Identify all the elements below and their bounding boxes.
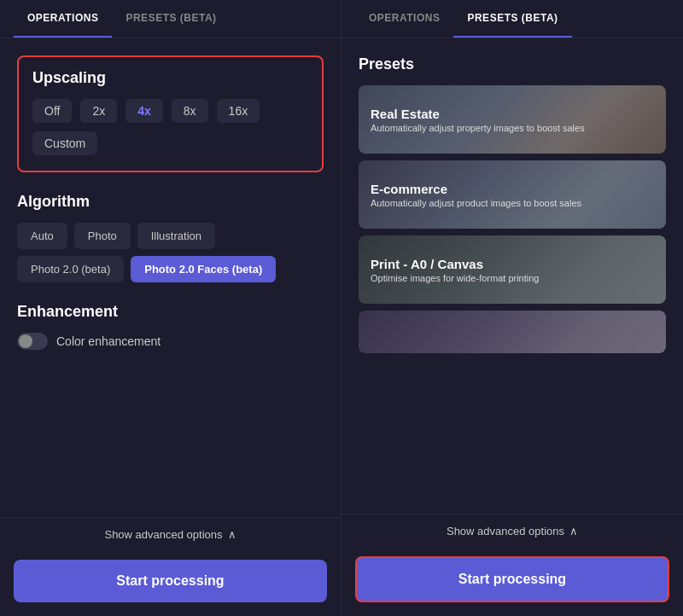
- algorithm-title: Algorithm: [17, 193, 324, 211]
- upscale-2x[interactable]: 2x: [80, 99, 117, 123]
- upscale-8x[interactable]: 8x: [172, 99, 208, 123]
- right-show-advanced[interactable]: Show advanced options ∧: [342, 514, 683, 548]
- presets-title: Presets: [359, 55, 666, 73]
- algorithm-buttons: Auto Photo Illustration Photo 2.0 (beta)…: [17, 223, 324, 282]
- upscaling-title: Upscaling: [32, 69, 308, 87]
- preset-print-desc: Optimise images for wide-format printing: [371, 273, 654, 283]
- upscaling-options: Off 2x 4x 8x 16x Custom: [32, 99, 308, 155]
- color-enhancement-label: Color enhancement: [56, 334, 161, 348]
- preset-print[interactable]: Print - A0 / Canvas Optimise images for …: [359, 235, 666, 304]
- preset-real-estate-title: Real Estate: [371, 107, 654, 121]
- left-show-advanced[interactable]: Show advanced options ∧: [0, 517, 341, 551]
- right-panel-content: Presets Real Estate Automatically adjust…: [342, 38, 683, 514]
- chevron-up-icon-right: ∧: [569, 525, 578, 538]
- left-tab-presets[interactable]: PRESETS (BETA): [112, 0, 230, 38]
- upscale-off[interactable]: Off: [32, 99, 72, 123]
- algorithm-section: Algorithm Auto Photo Illustration Photo …: [17, 193, 324, 282]
- color-enhancement-row: Color enhancement: [17, 333, 324, 350]
- upscale-4x[interactable]: 4x: [126, 99, 163, 123]
- right-tab-presets[interactable]: PRESETS (BETA): [453, 0, 571, 38]
- preset-real-estate-content: Real Estate Automatically adjust propert…: [359, 85, 666, 154]
- preset-ecommerce-title: E-commerce: [371, 182, 654, 196]
- algo-photo2[interactable]: Photo 2.0 (beta): [17, 256, 124, 282]
- preset-partial-bg: [359, 311, 666, 353]
- right-bottom: Show advanced options ∧ Start processing: [342, 514, 683, 616]
- right-start-processing-button[interactable]: Start processing: [355, 556, 669, 602]
- left-tabs: OPERATIONS PRESETS (BETA): [0, 0, 341, 38]
- preset-ecommerce-content: E-commerce Automatically adjust product …: [359, 160, 666, 229]
- preset-real-estate[interactable]: Real Estate Automatically adjust propert…: [359, 85, 666, 154]
- left-start-processing-button[interactable]: Start processing: [14, 560, 327, 602]
- preset-ecommerce-desc: Automatically adjust product images to b…: [371, 198, 654, 208]
- upscaling-section: Upscaling Off 2x 4x 8x 16x Custom: [17, 55, 324, 172]
- preset-print-content: Print - A0 / Canvas Optimise images for …: [359, 235, 666, 304]
- left-tab-operations[interactable]: OPERATIONS: [14, 0, 112, 38]
- left-panel-content: Upscaling Off 2x 4x 8x 16x Custom Algori…: [0, 38, 341, 517]
- color-enhancement-toggle[interactable]: [17, 333, 48, 350]
- right-panel: OPERATIONS PRESETS (BETA) Presets Real E…: [342, 0, 683, 616]
- chevron-up-icon: ∧: [228, 528, 236, 541]
- algo-photo[interactable]: Photo: [74, 223, 131, 249]
- left-panel: OPERATIONS PRESETS (BETA) Upscaling Off …: [0, 0, 342, 616]
- preset-print-title: Print - A0 / Canvas: [371, 257, 654, 271]
- algo-auto[interactable]: Auto: [17, 223, 67, 249]
- left-bottom: Show advanced options ∧ Start processing: [0, 517, 341, 616]
- upscale-custom[interactable]: Custom: [32, 131, 97, 155]
- preset-cards: Real Estate Automatically adjust propert…: [359, 85, 666, 353]
- enhancement-title: Enhancement: [17, 303, 324, 321]
- preset-ecommerce[interactable]: E-commerce Automatically adjust product …: [359, 160, 666, 229]
- enhancement-section: Enhancement Color enhancement: [17, 303, 324, 350]
- algo-photo2-faces[interactable]: Photo 2.0 Faces (beta): [131, 256, 276, 282]
- upscale-16x[interactable]: 16x: [217, 99, 260, 123]
- right-tab-operations[interactable]: OPERATIONS: [355, 0, 453, 38]
- preset-real-estate-desc: Automatically adjust property images to …: [371, 123, 654, 133]
- algo-illustration[interactable]: Illustration: [137, 223, 215, 249]
- right-tabs: OPERATIONS PRESETS (BETA): [342, 0, 683, 38]
- preset-partial[interactable]: [359, 311, 666, 353]
